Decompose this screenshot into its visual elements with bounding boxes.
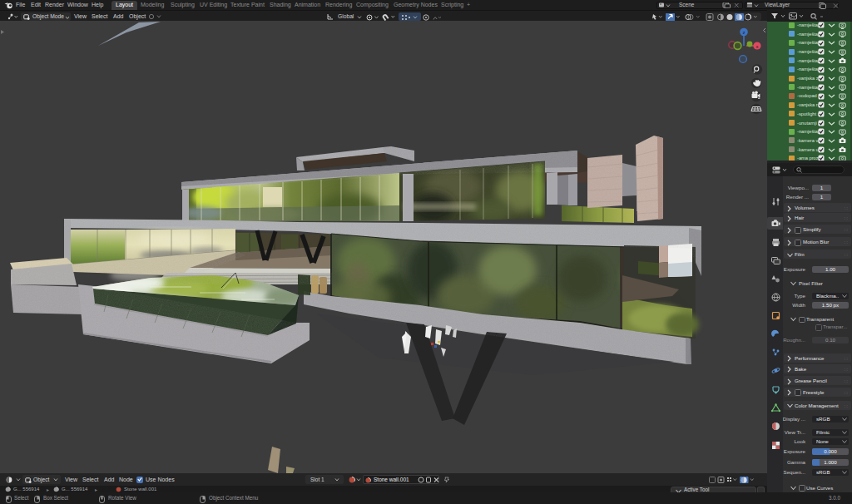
svg-text:x: x xyxy=(756,44,759,49)
svg-text:z: z xyxy=(743,30,746,35)
